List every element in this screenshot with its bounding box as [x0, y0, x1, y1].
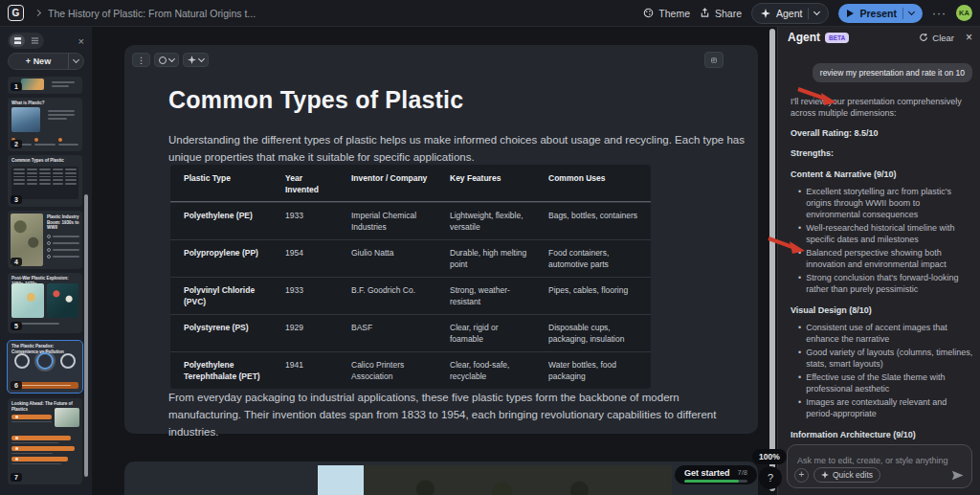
clear-chat-button[interactable]: Clear	[919, 33, 954, 43]
drag-handle[interactable]: ⋮	[132, 53, 150, 67]
thumbnail-title: Plastic Industry Boom: 1930s to WWII	[47, 214, 79, 232]
table-header-cell[interactable]: Key Features	[436, 165, 535, 201]
table-cell[interactable]: Polyvinyl Chloride (PVC)	[170, 278, 272, 314]
quick-edits-label: Quick edits	[833, 470, 873, 480]
slide-number-badge: 2	[11, 140, 22, 148]
thumbnail-title: Common Types of Plastic	[8, 155, 82, 165]
slide-number-badge: 6	[11, 381, 22, 390]
avatar[interactable]: KA	[956, 5, 972, 21]
present-button-label: Present	[859, 8, 897, 19]
table-cell[interactable]: BASF	[338, 315, 436, 351]
card-template-button[interactable]	[704, 52, 724, 68]
table-cell[interactable]: Clear, food-safe, recyclable	[436, 352, 535, 389]
slide-thumbnail-5[interactable]: Post-War Plastic Explosion: 1950s-1970s …	[8, 273, 82, 333]
table-cell[interactable]: Polyethylene (PE)	[170, 203, 272, 239]
slide-thumbnail-6[interactable]: The Plastic Paradox: Convenience vs Poll…	[8, 341, 82, 393]
table-cell[interactable]: Bags, bottles, containers	[535, 203, 651, 239]
agent-panel-title: Agent	[788, 31, 820, 44]
theme-button[interactable]: Theme	[643, 8, 690, 19]
get-started-button[interactable]: Get started 7/8	[675, 465, 757, 484]
slide-card: ⋮ Common Types of Plastic Understanding …	[124, 45, 758, 434]
table-cell[interactable]: Disposable cups, packaging, insulation	[535, 315, 651, 351]
slide-thumbnail-1[interactable]: 1	[8, 77, 82, 94]
table-cell[interactable]: Durable, high melting point	[436, 240, 535, 277]
table-header-cell[interactable]: Plastic Type	[170, 165, 272, 201]
get-started-progress-count: 7/8	[738, 468, 747, 477]
thumbnail-text-lines	[44, 108, 78, 122]
table-cell[interactable]: 1954	[272, 240, 338, 277]
table-cell[interactable]: B.F. Goodrich Co.	[338, 278, 436, 314]
next-slide-card[interactable]	[124, 461, 758, 495]
new-slide-dropdown[interactable]	[68, 54, 83, 69]
canvas-scrollbar[interactable]	[769, 29, 775, 491]
table-header-cell[interactable]: Year Invented	[272, 165, 338, 201]
more-options-button[interactable]: ···	[932, 7, 947, 20]
bullet-item: •Strong conclusion that's forward-lookin…	[798, 272, 974, 295]
thumbnail-text-lines: Plastic Industry Boom: 1930s to WWII	[47, 214, 79, 259]
card-ai-button[interactable]	[183, 53, 209, 67]
table-cell[interactable]: 1929	[272, 315, 338, 351]
editor-canvas: ⋮ Common Types of Plastic Understanding …	[92, 27, 777, 495]
table-cell[interactable]: Polystyrene (PS)	[170, 315, 272, 351]
table-cell[interactable]: Water bottles, food packaging	[535, 352, 651, 389]
table-cell[interactable]: Polypropylene (PP)	[170, 240, 272, 277]
palette-icon	[643, 8, 654, 18]
table-cell[interactable]: Calico Printers Association	[338, 352, 436, 389]
agent-close-button[interactable]: ×	[966, 31, 972, 44]
table-cell[interactable]: 1933	[272, 203, 338, 239]
table-cell[interactable]: Polyethylene Terephthalate (PET)	[170, 352, 272, 389]
thumbnail-title: What is Plastic?	[8, 98, 82, 107]
chevron-down-icon[interactable]	[908, 8, 915, 14]
card-view-toggle-button[interactable]	[10, 34, 25, 47]
slide-thumbnail-4[interactable]: Plastic Industry Boom: 1930s to WWII 4	[8, 211, 82, 269]
table-cell[interactable]: Clear, rigid or foamable	[436, 315, 535, 351]
slide-title[interactable]: Common Types of Plastic	[168, 86, 463, 114]
sidebar-close-button[interactable]: ×	[78, 35, 84, 47]
send-button[interactable]	[951, 470, 964, 481]
thumbnail-timeline	[11, 412, 52, 424]
slide-intro-paragraph[interactable]: Understanding the different types of pla…	[168, 131, 752, 166]
bullet-item: •Good variety of layouts (columns, timel…	[798, 347, 974, 370]
slide-thumbnail-7[interactable]: Looking Ahead: The Future of Plastics 7	[8, 398, 82, 484]
table-cell[interactable]: Strong, weather-resistant	[436, 278, 535, 314]
attach-button[interactable]: +	[794, 468, 809, 483]
bullet-item: •Well-researched historical timeline wit…	[798, 222, 974, 245]
table-cell[interactable]: Lightweight, flexible, versatile	[436, 203, 535, 239]
card-toolbar: ⋮	[132, 53, 209, 67]
zoom-level-indicator[interactable]: 100%	[752, 449, 787, 464]
sparkle-icon	[188, 56, 196, 64]
slide-outro-paragraph[interactable]: From everyday packaging to industrial ap…	[168, 389, 752, 440]
progress-bar-fill	[684, 480, 739, 483]
table-cell[interactable]: Food containers, automotive parts	[535, 240, 651, 277]
table-header-row: Plastic Type Year Invented Inventor / Co…	[170, 165, 651, 202]
image-dark-section	[364, 465, 672, 495]
gamma-logo[interactable]: G	[8, 5, 24, 21]
slide-thumbnail-2[interactable]: What is Plastic? 2	[8, 98, 82, 151]
sparkle-icon	[821, 471, 829, 479]
table-row: Polystyrene (PS) 1929 BASF Clear, rigid …	[170, 314, 651, 351]
agent-response: I'll review your presentation comprehens…	[791, 96, 974, 484]
quick-edits-button[interactable]: Quick edits	[813, 467, 880, 483]
help-button[interactable]: ?	[759, 466, 782, 489]
table-header-cell[interactable]: Inventor / Company	[338, 165, 436, 201]
doc-title[interactable]: The History of Plastic: From Natural Ori…	[48, 8, 256, 19]
table-cell[interactable]: Giulio Natta	[338, 240, 436, 277]
list-view-toggle-button[interactable]	[27, 34, 42, 47]
sidebar-scrollbar[interactable]	[84, 194, 88, 477]
table-cell[interactable]: 1933	[272, 278, 338, 314]
present-button[interactable]: Present	[838, 4, 923, 23]
share-icon	[700, 8, 710, 18]
agent-chat-input[interactable]	[795, 455, 964, 466]
theme-label: Theme	[658, 8, 690, 19]
chevron-down-icon[interactable]	[813, 8, 820, 14]
thumbnail-table	[11, 167, 78, 199]
new-slide-button[interactable]: + New	[8, 53, 84, 70]
share-button[interactable]: Share	[700, 8, 742, 19]
agent-button[interactable]: Agent	[751, 3, 829, 24]
table-cell[interactable]: Pipes, cables, flooring	[535, 278, 651, 314]
slide-thumbnail-3[interactable]: Common Types of Plastic 3	[8, 155, 82, 207]
card-color-button[interactable]	[154, 53, 179, 67]
table-cell[interactable]: Imperial Chemical Industries	[338, 203, 436, 239]
table-header-cell[interactable]: Common Uses	[535, 165, 651, 201]
table-cell[interactable]: 1941	[272, 352, 338, 389]
